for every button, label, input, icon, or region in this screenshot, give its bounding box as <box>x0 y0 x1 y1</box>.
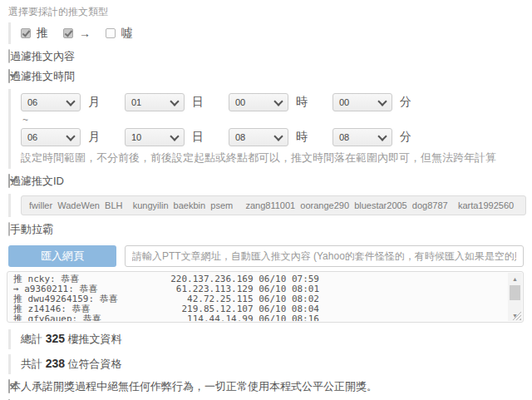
from-day-select[interactable]: 01 <box>125 93 185 111</box>
fairness-promise-checkbox[interactable] <box>8 379 10 393</box>
from-hour-value: 00 <box>235 97 245 107</box>
to-day-value: 10 <box>131 132 141 142</box>
time-range-hint: 設定時間範圍，不分前後，前後設定起點或終點都可以，推文時間落在範圍內即可，但無法… <box>21 151 524 165</box>
chevron-down-icon <box>377 96 387 106</box>
push-content-lines: 推 ncky: 恭喜 220.137.236.169 06/10 07:59 →… <box>8 273 507 321</box>
push-line: 推 qfy6auep: 恭喜 114.44.14.99 06/10 08:16 <box>13 314 319 321</box>
chevron-down-icon <box>66 131 75 141</box>
time-range-block: 06 月 01 日 00 時 00 <box>8 89 524 169</box>
chevron-down-icon <box>66 96 75 106</box>
push-content-textarea[interactable]: 推 ncky: 恭喜 220.137.236.169 06/10 07:59 →… <box>7 271 524 323</box>
to-hour-select[interactable]: 08 <box>229 128 288 146</box>
push-type-option-arrow[interactable]: → <box>63 26 91 41</box>
chevron-down-icon <box>273 131 283 141</box>
total-pushes-stat: 總計 325 樓推文資料 <box>11 329 524 349</box>
from-hour-select[interactable]: 00 <box>229 93 288 111</box>
to-month-select[interactable]: 06 <box>21 128 81 146</box>
day-unit-label: 日 <box>192 130 204 145</box>
qualified-count-stat: 共計 238 位符合資格 <box>11 354 524 374</box>
article-url-input[interactable] <box>125 245 524 267</box>
to-month-value: 06 <box>27 132 37 142</box>
manual-slot-checkbox[interactable] <box>8 222 10 236</box>
fairness-promise-label: 本人承諾開獎過程中絕無任何作弊行為，一切正常使用本程式公平公正開獎。 <box>10 380 377 393</box>
qualified-count: 238 <box>46 357 65 370</box>
scroll-up-icon[interactable]: ▲ <box>508 273 522 284</box>
from-minute-select[interactable]: 00 <box>332 93 392 111</box>
push-checkbox[interactable] <box>21 28 31 38</box>
fairness-promise-row[interactable]: 本人承諾開獎過程中絕無任何作弊行為，一切正常使用本程式公平公正開獎。 <box>8 379 524 394</box>
manual-slot-label: 手動拉霸 <box>10 223 53 235</box>
push-type-option-push[interactable]: 推 <box>21 26 48 41</box>
boo-checkbox-label: 噓 <box>121 26 133 41</box>
push-type-option-boo[interactable]: 噓 <box>106 26 133 41</box>
minute-unit-label: 分 <box>400 95 411 110</box>
minute-unit-label: 分 <box>400 130 411 145</box>
import-url-button[interactable]: 匯入網頁 <box>8 245 116 267</box>
ptt-lottery-form: 選擇要採計的推文類型 推 → 噓 過濾推文內容 過濾推文時間 06 <box>0 0 532 400</box>
boo-checkbox[interactable] <box>106 28 116 38</box>
chevron-down-icon <box>377 131 387 141</box>
to-day-select[interactable]: 10 <box>125 128 185 146</box>
push-type-options: 推 → 噓 <box>8 22 524 44</box>
arrow-checkbox-label: → <box>79 27 91 40</box>
time-range-separator: ~ <box>22 114 524 126</box>
day-unit-label: 日 <box>192 95 204 110</box>
scrollbar-thumb[interactable] <box>510 285 520 300</box>
hour-unit-label: 時 <box>296 130 308 145</box>
total-pushes-count: 325 <box>46 332 65 345</box>
filter-content-checkbox[interactable] <box>8 49 10 63</box>
from-day-value: 01 <box>131 97 141 107</box>
id-filter-block <box>8 194 524 217</box>
total-stat-block: 總計 325 樓推文資料 <box>8 329 524 349</box>
qualified-stat-block: 共計 238 位符合資格 <box>8 354 524 374</box>
month-unit-label: 月 <box>88 130 100 145</box>
push-type-heading: 選擇要採計的推文類型 <box>8 5 524 19</box>
chevron-down-icon <box>170 96 179 106</box>
to-minute-value: 08 <box>339 132 349 142</box>
id-filter-input[interactable] <box>21 195 526 215</box>
from-month-value: 06 <box>27 97 37 107</box>
time-to-row: 06 月 10 日 08 時 08 <box>21 128 524 146</box>
push-checkbox-label: 推 <box>37 26 48 41</box>
to-hour-value: 08 <box>235 132 245 142</box>
from-month-select[interactable]: 06 <box>21 93 81 111</box>
hour-unit-label: 時 <box>296 95 308 110</box>
chevron-down-icon <box>273 96 283 106</box>
filter-time-row[interactable]: 過濾推文時間 <box>8 69 524 84</box>
from-minute-value: 00 <box>339 97 349 107</box>
to-minute-select[interactable]: 08 <box>332 128 392 146</box>
manual-slot-row[interactable]: 手動拉霸 <box>8 222 524 237</box>
filter-time-checkbox[interactable] <box>8 69 10 83</box>
filter-content-row[interactable]: 過濾推文內容 <box>8 49 524 64</box>
arrow-checkbox[interactable] <box>63 28 73 38</box>
filter-id-row[interactable]: 過濾推文ID <box>8 174 524 189</box>
filter-time-label: 過濾推文時間 <box>10 70 75 82</box>
filter-id-checkbox[interactable] <box>8 174 10 188</box>
import-row: 匯入網頁 <box>8 245 524 267</box>
chevron-down-icon <box>170 131 179 141</box>
filter-content-label: 過濾推文內容 <box>10 50 75 62</box>
time-from-row: 06 月 01 日 00 時 00 <box>21 93 524 111</box>
filter-id-label: 過濾推文ID <box>10 175 64 187</box>
month-unit-label: 月 <box>88 95 100 110</box>
